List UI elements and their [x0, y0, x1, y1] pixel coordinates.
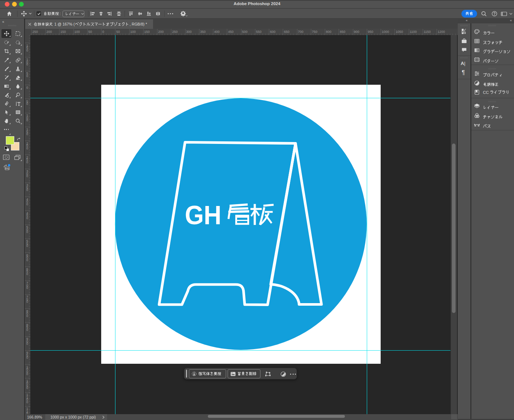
- svg-text:GH: GH: [185, 200, 221, 230]
